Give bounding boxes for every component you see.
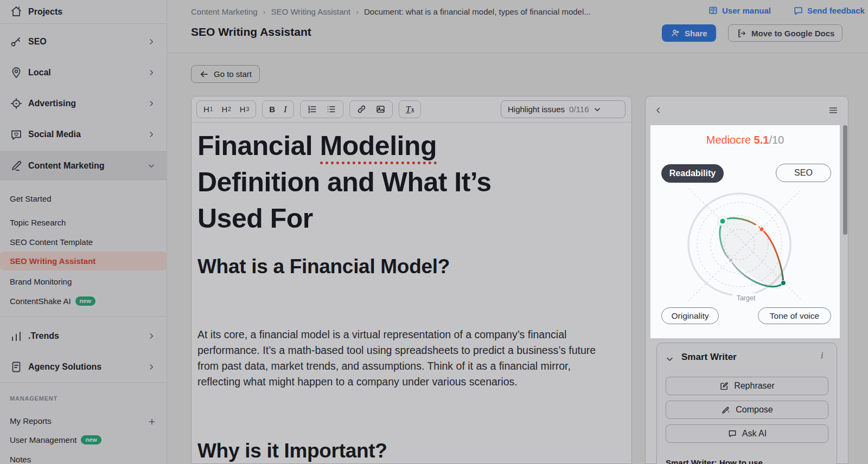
target-label: Target	[732, 293, 760, 303]
originality-point	[729, 258, 733, 262]
score-value: 5.1	[754, 134, 769, 146]
score-rating-label: Mediocre	[706, 134, 751, 146]
score-gauge	[650, 179, 840, 306]
seo-point	[760, 227, 764, 231]
content-score-widget: Mediocre 5.1/10 Readability SEO	[650, 125, 840, 338]
originality-chip[interactable]: Originality	[661, 307, 719, 324]
tone-point	[781, 281, 786, 286]
score-max: /10	[769, 134, 784, 146]
tone-of-voice-chip[interactable]: Tone of voice	[758, 307, 831, 324]
score-line: Mediocre 5.1/10	[650, 134, 840, 146]
